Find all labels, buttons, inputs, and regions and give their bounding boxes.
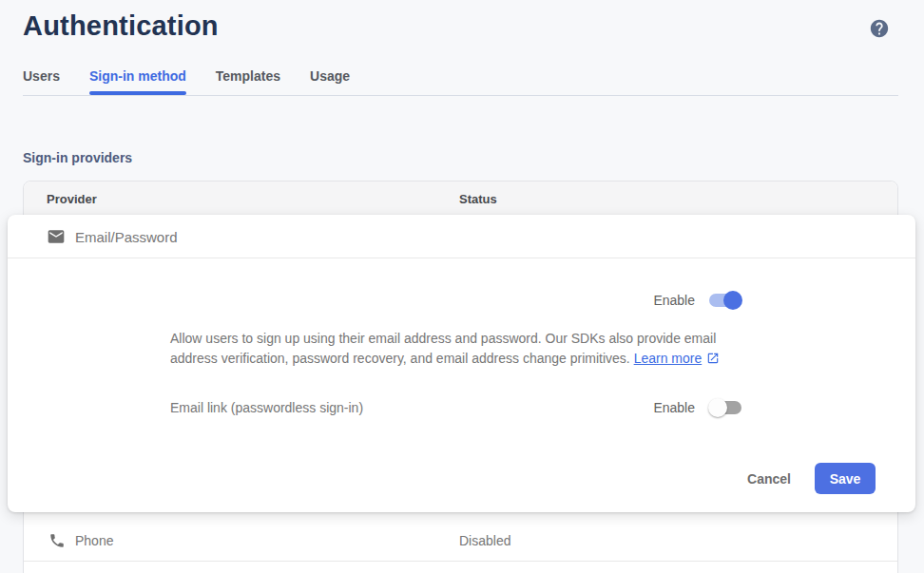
toggle-thumb <box>708 398 727 417</box>
email-password-description: Allow users to sign up using their email… <box>170 329 733 371</box>
email-link-enable-label: Enable <box>653 400 695 415</box>
tab-templates-label: Templates <box>216 68 280 84</box>
email-link-enable-toggle[interactable] <box>708 398 742 417</box>
email-link-label: Email link (passwordless sign-in) <box>170 400 363 415</box>
tabs-divider <box>23 95 898 96</box>
tab-usage-label: Usage <box>310 68 350 84</box>
sign-in-providers-heading: Sign-in providers <box>23 150 132 165</box>
panel-provider-label: Email/Password <box>75 229 178 245</box>
provider-name-phone: Phone <box>75 533 113 548</box>
cancel-button[interactable]: Cancel <box>747 463 791 494</box>
enable-label: Enable <box>653 293 695 308</box>
table-row-phone[interactable]: Phone Disabled <box>24 520 897 562</box>
tab-usage[interactable]: Usage <box>310 67 350 95</box>
mail-icon <box>47 227 66 250</box>
tab-templates[interactable]: Templates <box>216 67 280 95</box>
tab-users[interactable]: Users <box>23 67 60 95</box>
authentication-page: { "page": { "title": "Authentication" },… <box>0 0 924 573</box>
page-title: Authentication <box>23 10 219 42</box>
email-password-panel: Email/Password Enable Allow users to sig… <box>8 215 915 512</box>
tab-sign-in-method-label: Sign-in method <box>89 68 186 84</box>
providers-table-header: Provider Status <box>24 181 897 216</box>
panel-provider-row: Email/Password <box>8 215 915 258</box>
save-button[interactable]: Save <box>815 463 876 494</box>
column-header-status: Status <box>459 192 497 206</box>
toggle-thumb <box>723 291 742 310</box>
open-in-new-icon <box>706 351 720 371</box>
provider-status-phone: Disabled <box>459 533 510 548</box>
email-password-enable-toggle[interactable] <box>708 291 742 310</box>
tab-bar: Users Sign-in method Templates Usage <box>23 67 350 95</box>
column-header-provider: Provider <box>47 192 97 206</box>
help-icon <box>869 18 890 39</box>
help-button[interactable] <box>869 18 890 39</box>
phone-icon <box>48 532 66 553</box>
email-link-row: Email link (passwordless sign-in) Enable <box>170 396 742 419</box>
email-link-enable-group: Enable <box>653 398 742 417</box>
learn-more-link[interactable]: Learn more <box>634 351 703 366</box>
panel-footer: Cancel Save <box>747 463 876 494</box>
email-password-enable-row: Enable <box>653 290 742 311</box>
tab-users-label: Users <box>23 68 60 84</box>
tab-sign-in-method[interactable]: Sign-in method <box>89 67 186 95</box>
